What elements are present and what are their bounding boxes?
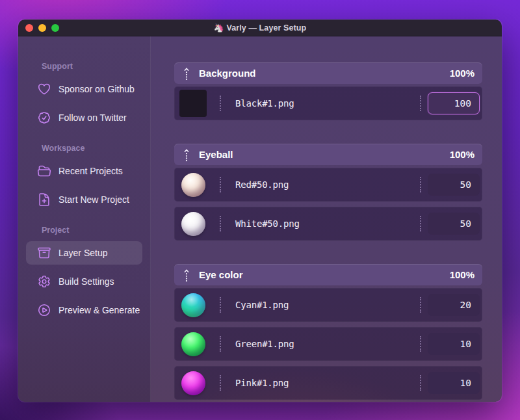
sidebar-item-sponsor-github[interactable]: Sponsor on Github [26,77,142,101]
divider [420,96,421,111]
document-plus-icon [37,192,51,207]
layer-filename: Red#50.png [235,179,289,190]
sidebar-item-layer-setup[interactable]: Layer Setup [26,241,142,265]
layer-row: White#50.png [174,207,482,241]
sidebar-item-preview-generate[interactable]: Preview & Generate [26,298,142,322]
layer-weight-input[interactable] [428,333,480,355]
divider [220,375,221,391]
archive-box-icon [37,246,51,260]
heart-icon [37,82,51,96]
layer-filename: Green#1.png [235,339,294,349]
divider [420,177,421,192]
layer-weight-input[interactable] [428,294,480,316]
section-label-support: Support [42,62,142,71]
thumbnail-white-ball [179,210,207,237]
play-circle-icon [37,303,51,317]
divider [220,336,221,352]
layer-group-eye-color: Eye color 100% Cyan#1.png Green#1.png [174,264,482,400]
group-weight: 100% [450,68,474,79]
sidebar-item-label: Follow on Twitter [58,112,127,123]
divider [220,297,221,313]
layer-group-eyeball: Eyeball 100% Red#50.png White#50.png [174,144,482,241]
layer-row: Pink#1.png [174,366,482,400]
layer-setup-panel: Background 100% Black#1.png [151,36,502,402]
layer-filename: Cyan#1.png [235,300,289,310]
divider [220,216,221,231]
layer-row: Red#50.png [174,168,482,202]
group-weight: 100% [450,269,474,280]
group-header: Eye color 100% [174,264,482,285]
layer-filename: Black#1.png [235,98,294,109]
title-bar[interactable]: 🦄Varly — Layer Setup [18,20,502,36]
layer-weight-input[interactable] [428,92,480,114]
thumbnail-pink-ball [179,369,207,397]
sidebar: Support Sponsor on Github Follow on Twit… [18,36,151,402]
group-header: Background 100% [174,62,482,84]
layer-group-background: Background 100% Black#1.png [174,62,482,120]
layer-weight-input[interactable] [428,174,480,196]
folder-open-icon [37,164,51,178]
layer-row: Green#1.png [174,327,482,361]
drag-handle-icon[interactable] [182,148,191,161]
section-label-workspace: Workspace [42,144,142,153]
divider [420,216,421,231]
section-label-project: Project [42,226,142,235]
sidebar-item-build-settings[interactable]: Build Settings [26,270,142,293]
layer-weight-input[interactable] [428,372,480,394]
sidebar-item-label: Recent Projects [58,166,123,176]
group-title: Eye color [199,269,243,280]
sidebar-item-label: Build Settings [58,276,114,287]
drag-handle-icon[interactable] [182,269,191,282]
thumbnail-red-ball [179,171,207,198]
sidebar-item-label: Sponsor on Github [58,84,135,94]
drag-handle-icon[interactable] [182,67,191,80]
sidebar-item-start-new-project[interactable]: Start New Project [26,188,142,211]
group-title: Eyeball [199,149,233,160]
group-weight: 100% [450,149,474,160]
group-header: Eyeball 100% [174,144,482,165]
layer-filename: White#50.png [235,218,300,229]
app-window: 🦄Varly — Layer Setup Support Sponsor on … [18,20,502,402]
sidebar-item-follow-twitter[interactable]: Follow on Twitter [26,106,142,129]
layer-row: Black#1.png [174,86,482,120]
window-title: 🦄Varly — Layer Setup [18,23,502,33]
thumbnail-green-ball [179,330,207,358]
layer-filename: Pink#1.png [235,378,289,388]
divider [420,297,421,313]
thumbnail-cyan-ball [179,291,207,319]
app-unicorn-icon: 🦄 [214,23,224,33]
divider [420,375,421,391]
check-badge-icon [37,111,51,125]
group-title: Background [199,68,256,79]
divider [220,177,221,192]
desktop-wallpaper: 🦄Varly — Layer Setup Support Sponsor on … [0,0,520,420]
layer-row: Cyan#1.png [174,288,482,322]
divider [220,96,221,111]
layer-weight-input[interactable] [428,213,480,235]
thumbnail-black [179,90,207,117]
sidebar-item-recent-projects[interactable]: Recent Projects [26,159,142,183]
sidebar-item-label: Preview & Generate [58,305,140,315]
divider [420,336,421,352]
gear-icon [37,274,51,289]
sidebar-item-label: Layer Setup [58,248,108,258]
sidebar-item-label: Start New Project [58,194,129,205]
